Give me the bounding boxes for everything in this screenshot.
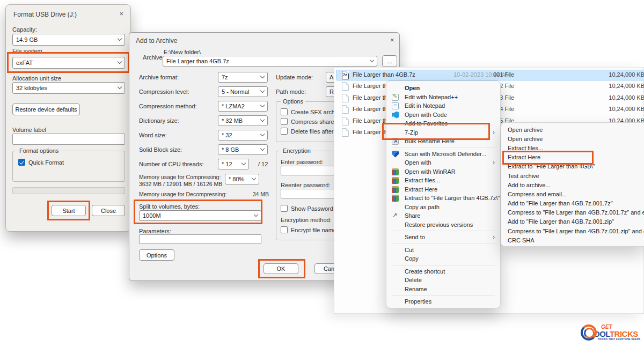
parameters-input[interactable]: [139, 234, 261, 244]
menu-item-extract-files-winrar[interactable]: Extract files...: [386, 176, 500, 185]
quick-format-checkbox[interactable]: [18, 159, 25, 166]
submenu-arrow-icon: ›: [493, 129, 495, 136]
winrar-icon: [392, 177, 399, 184]
mem-compress-combo[interactable]: * 80%: [225, 174, 259, 184]
quick-format-option[interactable]: Quick Format: [18, 159, 64, 166]
encrypt-file-names-checkbox[interactable]: [281, 226, 288, 233]
submenu-item-test-archive[interactable]: Test archive: [501, 171, 644, 180]
mem-decompress-value: 34 MB: [236, 191, 269, 197]
submenu-item-add-to-zip[interactable]: Add to "File Larger than 4GB.7z.001.zip": [501, 217, 644, 226]
menu-separator: [392, 147, 495, 148]
browse-button[interactable]: ...: [382, 55, 397, 67]
split-combo[interactable]: 1000M: [139, 210, 261, 221]
volume-label-input[interactable]: [12, 134, 125, 145]
winrar-icon: [392, 186, 399, 193]
menu-item-seven-zip[interactable]: 7-Zip›: [386, 128, 500, 137]
menu-item-create-shortcut[interactable]: Create shortcut: [386, 267, 500, 276]
menu-item-open-with-winrar[interactable]: Open with WinRAR: [386, 167, 500, 176]
file-size: 10,24,000 KB: [570, 94, 644, 101]
update-mode-label: Update mode:: [276, 74, 313, 80]
7z-file-icon: [342, 71, 349, 79]
split-label: Split to volumes, bytes:: [139, 203, 200, 210]
menu-item-restore-previous-versions[interactable]: Restore previous versions: [386, 220, 500, 230]
submenu-item-extract-files[interactable]: Extract files...: [501, 143, 644, 152]
file-icon: [342, 82, 349, 91]
restore-defaults-button[interactable]: Restore device defaults: [12, 104, 80, 115]
file-size: 10,24,000 KB: [570, 106, 644, 112]
show-password-checkbox[interactable]: [281, 205, 288, 212]
chevron-down-icon: [241, 161, 246, 165]
submenu-item-compress-and-email[interactable]: Compress and email...: [501, 189, 644, 198]
menu-item-copy-as-path[interactable]: Copy as path: [386, 203, 500, 212]
page: Format USB Drive (J:) × Capacity: 14.9 G…: [0, 0, 644, 347]
menu-item-edit-with-notepadpp[interactable]: Edit with Notepad++: [386, 93, 500, 102]
close-button[interactable]: Close: [92, 205, 125, 216]
menu-item-open[interactable]: Open: [386, 84, 500, 93]
path-mode-label: Path mode:: [276, 88, 306, 95]
allocation-combo[interactable]: 32 kilobytes: [12, 82, 125, 94]
menu-item-bulk-rename-here[interactable]: Bulk Rename Here: [386, 137, 500, 146]
menu-item-extract-to-winrar[interactable]: Extract to "File Larger than 4GB.7z\": [386, 194, 500, 203]
logo-tricks-text: TRICKS: [610, 329, 638, 338]
submenu-arrow-icon: ›: [493, 233, 495, 241]
logo-tagline: TRICKS THAT EVERYONE NEEDS: [598, 338, 640, 341]
menu-item-send-to[interactable]: Send to›: [386, 233, 500, 242]
menu-item-scan-with-microsoft-defender[interactable]: Scan with Microsoft Defender...: [386, 150, 500, 159]
close-icon[interactable]: ×: [119, 10, 123, 18]
context-menu: OpenEdit with Notepad++Edit in NotepadOp…: [386, 80, 501, 308]
submenu-item-open-archive[interactable]: Open archive: [501, 125, 644, 134]
file-name: File Larger than 4GB.7z: [353, 71, 415, 78]
submenu-item-add-to-archive[interactable]: Add to archive...: [501, 180, 644, 189]
submenu-item-compress-to-zip-and-email[interactable]: Compress to "File Larger than 4GB.7z.001…: [501, 226, 644, 235]
close-icon[interactable]: ×: [390, 36, 394, 44]
menu-item-properties[interactable]: Properties: [386, 297, 500, 306]
ok-button[interactable]: OK: [264, 263, 298, 274]
mem-compress-detail: 3632 MB / 12901 MB / 16126 MB: [139, 181, 222, 187]
menu-item-cut[interactable]: Cut: [386, 246, 500, 255]
compress-shared-files-checkbox[interactable]: [281, 118, 288, 125]
reenter-password-label: Reenter password:: [281, 182, 330, 188]
submenu-item-add-to-7z[interactable]: Add to "File Larger than 4GB.7z.001.7z": [501, 199, 644, 208]
menu-item-open-with[interactable]: Open with›: [386, 158, 500, 167]
menu-item-add-to-favorites[interactable]: Add to Favorites: [386, 119, 500, 128]
start-button[interactable]: Start: [52, 205, 86, 216]
menu-separator: [392, 243, 495, 244]
file-row[interactable]: File Larger than 4GB.7z10-02-2023 10:44 …: [336, 70, 644, 80]
file-type: 001 File: [493, 71, 514, 78]
create-sfx-archive-checkbox[interactable]: [281, 108, 288, 115]
menu-item-delete[interactable]: Delete: [386, 276, 500, 285]
seven-zip-submenu: Open archiveOpen archiveExtract files...…: [501, 122, 644, 247]
submenu-item-extract-to-folder[interactable]: Extract to "File Larger than 4GB\": [501, 162, 644, 171]
submenu-item-compress-to-7z-and-email[interactable]: Compress to "File Larger than 4GB.7z.001…: [501, 208, 644, 217]
cpu-threads-label: Number of CPU threads:: [139, 161, 203, 167]
archive-name-combo[interactable]: File Larger than 4GB.7z: [163, 56, 377, 67]
allocation-label: Allocation unit size: [12, 75, 61, 82]
file-icon: [342, 128, 349, 137]
cpu-threads-combo[interactable]: * 12: [218, 159, 249, 169]
submenu-item-extract-here[interactable]: Extract Here: [501, 153, 644, 162]
defender-icon: [392, 151, 399, 158]
submenu-item-crc-sha[interactable]: CRC SHA: [501, 235, 644, 245]
menu-item-open-with-code[interactable]: Open with Code: [386, 110, 500, 120]
encryption-method-label: Encryption method:: [281, 217, 332, 223]
submenu-item-open-archive-2[interactable]: Open archive: [501, 134, 644, 143]
winrar-icon: [392, 195, 399, 202]
show-password-option[interactable]: Show Password: [281, 205, 333, 212]
encrypt-file-names-option[interactable]: Encrypt file names: [281, 226, 339, 233]
file-system-combo[interactable]: exFAT: [12, 57, 125, 69]
logo-swirl-icon: [581, 324, 597, 341]
delete-files-after-compression-checkbox[interactable]: [281, 128, 288, 135]
menu-item-edit-in-notepad[interactable]: Edit in Notepad: [386, 101, 500, 110]
enter-password-label: Enter password:: [281, 159, 323, 165]
options-button[interactable]: Options: [139, 249, 174, 261]
chevron-down-icon: [118, 36, 122, 41]
winrar-icon: [392, 168, 399, 175]
menu-separator: [392, 231, 495, 231]
menu-item-share[interactable]: Share: [386, 211, 500, 220]
capacity-combo[interactable]: 14.9 GB: [12, 34, 125, 46]
create-sfx-archive-option[interactable]: Create SFX archive: [281, 108, 342, 115]
volume-label: Volume label: [12, 127, 46, 133]
menu-item-copy[interactable]: Copy: [386, 254, 500, 263]
menu-item-extract-here-winrar[interactable]: Extract Here: [386, 185, 500, 194]
menu-item-rename[interactable]: Rename: [386, 285, 500, 294]
